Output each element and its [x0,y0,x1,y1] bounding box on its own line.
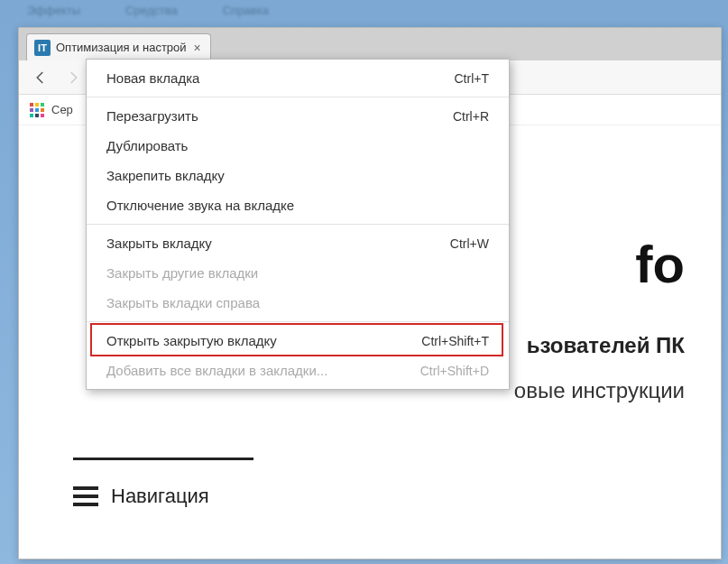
menu-item[interactable]: ПерезагрузитьCtrl+R [87,101,509,131]
site-logo-fragment: fo [635,234,685,294]
menu-item-label: Закрыть вкладку [106,236,212,251]
menu-item-label: Отключение звука на вкладке [106,198,294,213]
menu-item-label: Закрыть вкладки справа [106,295,260,310]
menu-item-label: Новая вкладка [106,70,199,86]
tab-title: Оптимизация и настрой [56,41,187,54]
menu-item-label: Дублировать [106,138,188,153]
site-subtitle-fragment: ьзователей ПК [527,333,685,358]
tab-context-menu: Новая вкладкаCtrl+TПерезагрузитьCtrl+RДу… [86,59,510,390]
site-navigation[interactable]: Навигация [73,485,209,508]
menu-item-label: Закрыть другие вкладки [106,265,258,281]
menu-item-label: Открыть закрытую вкладку [106,333,277,348]
tab-strip: IT Оптимизация и настрой × [19,28,721,60]
forward-button[interactable] [60,65,86,90]
site-tagline-fragment: овые инструкции [514,378,685,403]
menu-item: Закрыть вкладки справа [87,288,509,318]
menu-item-shortcut: Ctrl+R [453,109,489,124]
menu-separator [87,224,509,225]
menu-separator [87,321,509,322]
menu-item[interactable]: Новая вкладкаCtrl+T [87,63,509,93]
apps-icon[interactable] [30,103,44,117]
bookmark-label[interactable]: Сер [51,103,73,116]
menu-item-shortcut: Ctrl+Shift+T [421,334,489,348]
background-app-menu: Эффекты Средства Справка [27,4,269,17]
menu-item-label: Перезагрузить [106,108,198,124]
menu-separator [87,97,509,97]
divider-line [73,458,253,460]
navigation-label: Навигация [111,485,209,508]
menu-item-label: Закрепить вкладку [106,168,225,183]
menu-item-label: Добавить все вкладки в закладки... [106,363,327,378]
menu-item[interactable]: Закрыть вкладкуCtrl+W [87,228,509,258]
browser-tab[interactable]: IT Оптимизация и настрой × [26,33,211,60]
menu-item[interactable]: Открыть закрытую вкладкуCtrl+Shift+T [87,326,509,356]
menu-item[interactable]: Закрепить вкладку [87,161,509,190]
hamburger-icon [73,486,98,506]
menu-item[interactable]: Дублировать [87,131,509,161]
menu-item: Добавить все вкладки в закладки...Ctrl+S… [87,356,509,385]
menu-item[interactable]: Отключение звука на вкладке [87,190,509,220]
menu-item-shortcut: Ctrl+W [450,236,489,251]
back-button[interactable] [28,65,53,90]
close-icon[interactable]: × [192,41,203,55]
menu-item-shortcut: Ctrl+Shift+D [420,364,489,378]
menu-item: Закрыть другие вкладки [87,258,509,288]
tab-favicon: IT [34,40,51,56]
menu-item-shortcut: Ctrl+T [455,71,490,86]
